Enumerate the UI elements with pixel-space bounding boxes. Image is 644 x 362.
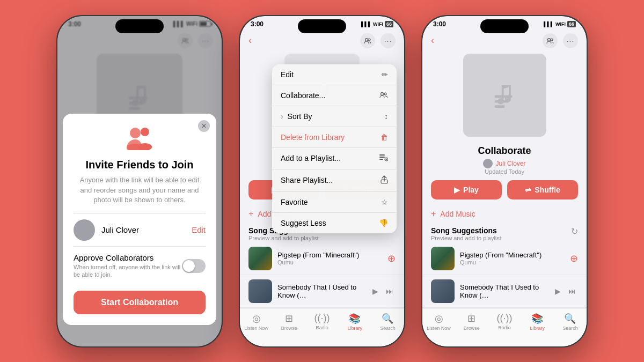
tab-search-2[interactable]: 🔍 Search xyxy=(371,313,404,331)
context-menu: Edit ✏ Collaborate... › Sort By ↕ xyxy=(272,64,397,233)
song-name-gotye-2: Somebody That I Used to Know (… xyxy=(277,283,367,299)
skip-inline-2[interactable]: ⏭ xyxy=(386,287,393,295)
song-artist-minecraft-2: Qumu xyxy=(277,259,382,265)
delete-icon: 🗑 xyxy=(380,133,388,142)
song-row-gotye-2[interactable]: Somebody That I Used to Know (… ▶ ⏭ xyxy=(240,275,404,308)
svg-rect-17 xyxy=(379,159,383,160)
svg-rect-24 xyxy=(494,105,504,108)
phone-2: 3:00 ▌▌▌ WiFi 66 ‹ · xyxy=(239,15,405,348)
collab-name-3: Juli Clover xyxy=(495,160,525,167)
tab-browse-3[interactable]: ⊞ Browse xyxy=(455,313,488,331)
song-info-gotye-3: Somebody That I Used to Know (… xyxy=(460,283,550,299)
nav-bar-3: ‹ ··· xyxy=(422,30,587,51)
tab-label-listennow-3: Listen Now xyxy=(427,326,451,331)
menu-item-shareplaylist[interactable]: Share Playlist... xyxy=(272,169,397,192)
add-music-3[interactable]: + Add Music xyxy=(422,205,587,223)
menu-item-sortby[interactable]: › Sort By ↕ xyxy=(272,106,397,127)
shuffle-label-3: Shuffle xyxy=(535,186,560,194)
menu-label-delete: Delete from Library xyxy=(281,133,345,142)
menu-label-suggestless: Suggest Less xyxy=(281,219,326,227)
menu-label-edit: Edit xyxy=(281,70,294,79)
shuffle-icon-3: ⇌ xyxy=(525,186,531,194)
sort-icon: ↕ xyxy=(384,112,388,121)
battery-2: 66 xyxy=(385,21,393,27)
dialog-title: Invite Friends to Join xyxy=(74,159,206,171)
dialog-desc: Anyone with the link will be able to edi… xyxy=(74,175,206,205)
tab-browse-2[interactable]: ⊞ Browse xyxy=(273,313,305,331)
menu-item-suggestless[interactable]: Suggest Less 👎 xyxy=(272,213,397,233)
dynamic-island-3 xyxy=(480,19,529,33)
nav-bar-2: ‹ ··· xyxy=(240,30,404,51)
playlist-title-3: Collaborate xyxy=(431,145,578,157)
approve-toggle[interactable] xyxy=(182,259,206,273)
collaborate-icon-2[interactable] xyxy=(360,33,375,48)
play-icon-3: ▶ xyxy=(454,186,460,194)
skip-inline-3[interactable]: ⏭ xyxy=(568,287,576,295)
tab-label-radio-3: Radio xyxy=(498,325,511,330)
add-song-button-minecraft-2[interactable]: ⊕ xyxy=(387,253,396,264)
song-row-minecraft-2[interactable]: Pigstep (From "Minecraft") Qumu ⊕ xyxy=(240,242,404,275)
tab-bar-2: ◎ Listen Now ⊞ Browse ((·)) Radio 📚 Libr… xyxy=(240,308,404,346)
tab-library-2[interactable]: 📚 Library xyxy=(339,313,371,331)
song-name-minecraft-3: Pigstep (From "Minecraft") xyxy=(460,251,565,259)
tab-search-3[interactable]: 🔍 Search xyxy=(554,313,587,331)
toggle-knob xyxy=(183,260,195,272)
nav-actions-3: ··· xyxy=(543,33,578,48)
approve-sub: When turned off, anyone with the link wi… xyxy=(74,263,182,279)
song-row-minecraft-3[interactable]: Pigstep (From "Minecraft") Qumu ⊕ xyxy=(422,242,587,275)
browse-icon-3: ⊞ xyxy=(467,313,475,324)
song-name-minecraft-2: Pigstep (From "Minecraft") xyxy=(277,251,382,259)
nav-actions-2: ··· xyxy=(360,33,396,48)
refresh-icon-3[interactable]: ↻ xyxy=(571,226,578,237)
suggestions-sub-3: Preview and add to playlist xyxy=(431,235,501,241)
library-icon-3: 📚 xyxy=(531,313,543,324)
edit-button[interactable]: Edit xyxy=(192,225,206,234)
add-song-button-minecraft-3[interactable]: ⊕ xyxy=(570,253,578,264)
tab-listennow-3[interactable]: ◎ Listen Now xyxy=(422,313,455,331)
battery-3: 66 xyxy=(567,21,576,27)
collaborate-icon-3[interactable] xyxy=(543,33,558,48)
more-button-3[interactable]: ··· xyxy=(563,33,578,48)
menu-item-delete[interactable]: Delete from Library 🗑 xyxy=(272,127,397,148)
invite-dialog: ✕ Invite Friends to Join Anyone with the… xyxy=(63,114,216,324)
user-name: Juli Clover xyxy=(101,225,192,234)
tab-listennow-2[interactable]: ◎ Listen Now xyxy=(240,313,273,331)
tab-radio-3[interactable]: ((·)) Radio xyxy=(488,313,521,330)
add-music-label-3: Add Music xyxy=(440,210,475,218)
menu-item-addtoplaylist[interactable]: Add to a Playlist... xyxy=(272,148,397,169)
library-icon-2: 📚 xyxy=(349,313,361,324)
menu-label-shareplaylist: Share Playlist... xyxy=(281,176,333,184)
add-icon-2: + xyxy=(248,209,253,219)
tab-library-3[interactable]: 📚 Library xyxy=(521,313,554,331)
menu-item-collaborate[interactable]: Collaborate... xyxy=(272,85,397,106)
menu-item-edit[interactable]: Edit ✏ xyxy=(272,64,397,85)
addtoplaylist-icon xyxy=(379,154,388,163)
more-button-2[interactable]: ··· xyxy=(380,33,396,48)
tab-label-browse-3: Browse xyxy=(464,326,480,331)
svg-point-14 xyxy=(384,93,386,95)
status-icons-3: ▌▌▌ WiFi 66 xyxy=(544,21,576,27)
play-inline-2[interactable]: ▶ xyxy=(372,287,378,295)
browse-icon-2: ⊞ xyxy=(285,313,293,324)
svg-point-13 xyxy=(381,92,384,95)
tab-radio-2[interactable]: ((·)) Radio xyxy=(305,313,338,330)
tab-label-library-3: Library xyxy=(530,326,545,331)
svg-point-21 xyxy=(551,39,553,41)
start-collaboration-button[interactable]: Start Collaboration xyxy=(74,291,206,314)
tab-label-search-3: Search xyxy=(562,326,578,331)
play-button-3[interactable]: ▶ Play xyxy=(431,180,502,200)
play-inline-3[interactable]: ▶ xyxy=(555,287,561,295)
song-name-gotye-3: Somebody That I Used to Know (… xyxy=(460,283,550,299)
back-button-3[interactable]: ‹ xyxy=(431,35,434,46)
radio-icon-2: ((·)) xyxy=(314,313,330,324)
tab-label-radio-2: Radio xyxy=(316,325,328,330)
menu-item-favorite[interactable]: Favorite ☆ xyxy=(272,192,397,213)
playlist-info-3: Collaborate Juli Clover Updated Today xyxy=(422,145,587,175)
shuffle-button-3[interactable]: ⇌ Shuffle xyxy=(507,180,578,200)
back-button-2[interactable]: ‹ xyxy=(248,35,252,46)
playlist-art-3 xyxy=(463,54,546,137)
approve-label-wrap: Approve Collaborators When turned off, a… xyxy=(74,253,182,279)
menu-label-addtoplaylist: Add to a Playlist... xyxy=(281,154,341,162)
close-button[interactable]: ✕ xyxy=(198,120,210,132)
song-row-gotye-3[interactable]: Somebody That I Used to Know (… ▶ ⏭ xyxy=(422,275,587,308)
